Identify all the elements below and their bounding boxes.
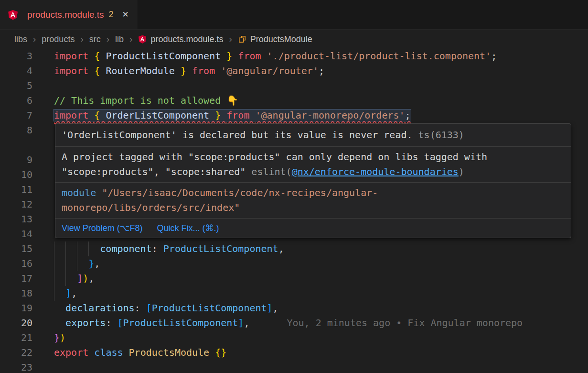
- code-content: }): [32, 330, 588, 345]
- code-content: [32, 78, 588, 93]
- line-number[interactable]: 20: [0, 316, 32, 330]
- line-number[interactable]: 7: [0, 108, 32, 123]
- view-problem-action[interactable]: View Problem (⌥F8): [62, 221, 142, 236]
- breadcrumb-item-src[interactable]: src: [89, 34, 101, 44]
- breadcrumb-item-file[interactable]: products.module.ts: [150, 34, 223, 44]
- line-number[interactable]: 3: [0, 49, 32, 64]
- code-token: ]: [267, 302, 273, 314]
- code-line[interactable]: 20 exports: [ProductListComponent],You, …: [0, 316, 588, 330]
- line-number[interactable]: 11: [0, 182, 32, 197]
- line-number[interactable]: 10: [0, 167, 32, 182]
- code-token: }: [221, 50, 238, 62]
- line-number[interactable]: 15: [0, 241, 32, 256]
- code-line[interactable]: 4import { RouterModule } from '@angular/…: [0, 64, 588, 78]
- line-number[interactable]: 14: [0, 227, 32, 241]
- code-token: exports: [65, 317, 106, 329]
- code-token: RouterModule: [106, 65, 175, 77]
- code-content: ],: [32, 286, 588, 301]
- breadcrumb-item-symbol[interactable]: ProductsModule: [250, 34, 312, 44]
- code-token: :: [106, 317, 117, 329]
- code-line[interactable]: 21}): [0, 330, 588, 345]
- breadcrumb-item-lib[interactable]: lib: [115, 34, 124, 44]
- line-number[interactable]: 4: [0, 64, 32, 78]
- breadcrumb: libs › products › src › lib › products.m…: [0, 30, 588, 49]
- breadcrumb-item-products[interactable]: products: [42, 34, 75, 44]
- code-token: [: [146, 302, 152, 314]
- code-line[interactable]: 3import { ProductListComponent } from '.…: [0, 49, 588, 64]
- code-token: [54, 302, 65, 314]
- code-token: ProductListComponent: [106, 50, 221, 62]
- git-blame-annotation: You, 2 minutes ago • Fix Angular monorep…: [287, 317, 523, 329]
- chevron-right-icon: ›: [107, 34, 109, 44]
- close-tab-icon[interactable]: ✕: [122, 10, 129, 20]
- editor-tab[interactable]: products.module.ts 2 ✕: [0, 0, 138, 29]
- indent-guide: [77, 256, 77, 271]
- code-line[interactable]: 7import { OrderListComponent } from '@an…: [0, 108, 588, 123]
- code-token: :: [152, 243, 163, 254]
- indent-guide: [54, 256, 54, 271]
- chevron-right-icon: ›: [229, 34, 232, 44]
- code-content: },: [32, 256, 588, 271]
- eslint-source-prefix: eslint(: [251, 166, 291, 177]
- code-token: from: [238, 50, 267, 62]
- code-content: component: ProductListComponent,: [32, 241, 588, 256]
- code-line[interactable]: 5: [0, 78, 588, 93]
- line-number[interactable]: 18: [0, 286, 32, 301]
- code-editor[interactable]: 3import { ProductListComponent } from '.…: [0, 49, 588, 373]
- eslint-message-line2: "scope:products", "scope:shared": [62, 166, 251, 177]
- eslint-rule-link[interactable]: @nx/enforce-module-boundaries: [292, 166, 459, 177]
- error-highlight: import { OrderListComponent } from '@ang…: [54, 110, 411, 121]
- module-path-line1: "/Users/isaac/Documents/code/nx-recipes/…: [96, 187, 378, 198]
- module-keyword: module: [62, 187, 96, 198]
- line-number[interactable]: 22: [0, 345, 32, 360]
- code-line[interactable]: 22export class ProductsModule {}: [0, 345, 588, 360]
- code-token: [54, 258, 88, 269]
- line-number[interactable]: 21: [0, 330, 32, 345]
- code-token: }: [88, 258, 94, 269]
- code-token: }: [54, 332, 60, 343]
- code-content: import { OrderListComponent } from '@ang…: [32, 108, 588, 123]
- code-token: OrderListComponent: [106, 110, 209, 121]
- line-number[interactable]: 16: [0, 256, 32, 271]
- code-token: // This import is not allowed 👇: [54, 95, 238, 106]
- code-token: {}: [215, 347, 226, 358]
- code-token: {: [94, 110, 106, 121]
- line-number[interactable]: 17: [0, 271, 32, 286]
- line-number[interactable]: 12: [0, 197, 32, 212]
- code-content: import { ProductListComponent } from './…: [32, 49, 588, 64]
- code-token: ;: [405, 110, 411, 121]
- code-line[interactable]: 18 ],: [0, 286, 588, 301]
- line-number[interactable]: 19: [0, 301, 32, 316]
- code-token: class: [94, 347, 128, 358]
- code-line[interactable]: 15 component: ProductListComponent,: [0, 241, 588, 256]
- code-token: import: [54, 65, 94, 77]
- code-content: ]),: [32, 271, 588, 286]
- indent-guide: [65, 271, 66, 286]
- chevron-right-icon: ›: [129, 34, 132, 44]
- code-token: export: [54, 347, 94, 358]
- line-number[interactable]: 13: [0, 212, 32, 227]
- code-line[interactable]: 16 },: [0, 256, 588, 271]
- code-token: ,: [273, 302, 278, 314]
- breadcrumb-item-libs[interactable]: libs: [14, 34, 27, 44]
- ts-diagnostic-message: 'OrderListComponent' is declared but its…: [62, 129, 413, 141]
- line-number[interactable]: 23: [0, 360, 32, 373]
- line-number[interactable]: 6: [0, 93, 32, 108]
- tab-bar: products.module.ts 2 ✕: [0, 0, 588, 30]
- line-number[interactable]: 8: [0, 123, 32, 153]
- line-number[interactable]: 5: [0, 78, 32, 93]
- chevron-right-icon: ›: [33, 34, 36, 44]
- code-line[interactable]: 19 declarations: [ProductListComponent],: [0, 301, 588, 316]
- code-line[interactable]: 17 ]),: [0, 271, 588, 286]
- hover-ts-diagnostic: 'OrderListComponent' is declared but its…: [55, 124, 571, 147]
- quick-fix-action[interactable]: Quick Fix... (⌘.): [157, 221, 219, 236]
- code-token: [: [117, 317, 123, 329]
- code-token: ]: [77, 273, 83, 284]
- angular-icon: [138, 35, 147, 44]
- code-line[interactable]: 23: [0, 360, 588, 373]
- code-token: }: [175, 65, 192, 77]
- code-token: ;: [319, 65, 324, 77]
- line-number[interactable]: 9: [0, 153, 32, 167]
- code-line[interactable]: 6// This import is not allowed 👇: [0, 93, 588, 108]
- code-token: ProductListComponent: [123, 317, 238, 329]
